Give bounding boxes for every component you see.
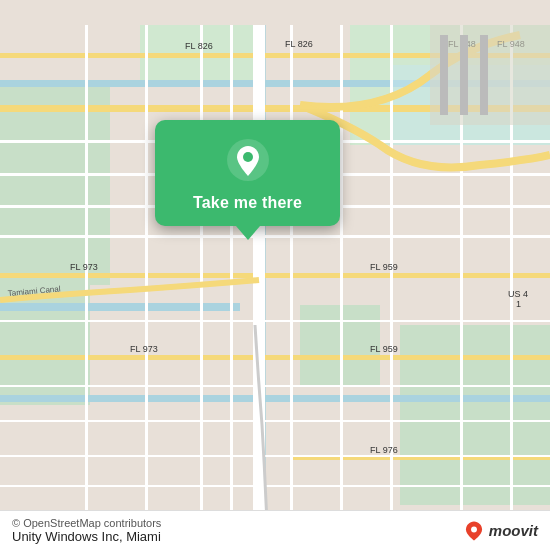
svg-text:1: 1 — [516, 299, 521, 309]
moovit-logo: moovit — [463, 520, 538, 542]
svg-text:FL 973: FL 973 — [70, 262, 98, 272]
svg-rect-27 — [0, 485, 550, 487]
take-me-there-button[interactable]: Take me there — [193, 194, 302, 212]
svg-rect-29 — [145, 25, 148, 525]
svg-text:FL 959: FL 959 — [370, 344, 398, 354]
svg-rect-28 — [85, 25, 88, 525]
map-background: FL 826 FL 826 FL 948 FL 948 FL 973 FL 97… — [0, 0, 550, 550]
popup-card: Take me there — [155, 120, 340, 226]
location-pin-icon — [226, 138, 270, 182]
svg-rect-32 — [290, 25, 293, 525]
svg-text:FL 826: FL 826 — [185, 41, 213, 51]
map-container: FL 826 FL 826 FL 948 FL 948 FL 973 FL 97… — [0, 0, 550, 550]
svg-rect-33 — [340, 25, 343, 525]
svg-text:FL 826: FL 826 — [285, 39, 313, 49]
svg-text:US 4: US 4 — [508, 289, 528, 299]
svg-rect-22 — [0, 235, 550, 238]
svg-text:FL 973: FL 973 — [130, 344, 158, 354]
svg-rect-51 — [440, 35, 448, 115]
svg-rect-25 — [0, 420, 550, 422]
map-attribution: © OpenStreetMap contributors — [12, 517, 161, 529]
svg-point-56 — [471, 526, 477, 532]
svg-rect-16 — [0, 355, 320, 360]
svg-rect-31 — [230, 25, 233, 525]
svg-rect-53 — [480, 35, 488, 115]
svg-rect-52 — [460, 35, 468, 115]
svg-text:FL 959: FL 959 — [370, 262, 398, 272]
moovit-icon — [463, 520, 485, 542]
svg-text:FL 976: FL 976 — [370, 445, 398, 455]
svg-rect-8 — [0, 303, 240, 311]
svg-point-55 — [243, 152, 253, 162]
svg-rect-24 — [0, 385, 550, 387]
svg-rect-26 — [0, 455, 550, 457]
svg-rect-9 — [0, 395, 550, 402]
svg-rect-23 — [0, 320, 550, 322]
svg-rect-4 — [400, 325, 550, 505]
moovit-brand-name: moovit — [489, 522, 538, 539]
svg-rect-1 — [0, 85, 110, 285]
bottom-bar: © OpenStreetMap contributors Unity Windo… — [0, 510, 550, 550]
svg-rect-30 — [200, 25, 203, 525]
svg-rect-14 — [0, 273, 320, 278]
place-name: Unity Windows Inc, Miami — [12, 529, 161, 544]
